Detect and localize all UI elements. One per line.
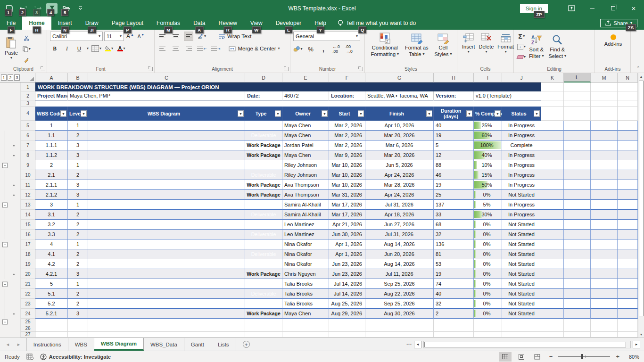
cell-A11[interactable]: 2.1.1 <box>35 180 68 190</box>
share-button[interactable]: Share ▾ ZS <box>600 19 637 27</box>
row-header-20[interactable]: 20 <box>21 269 35 279</box>
font-size-combo[interactable]: 11▾ <box>104 32 124 41</box>
cell-H17[interactable]: 136 <box>434 239 474 249</box>
cell-B25[interactable] <box>68 319 88 325</box>
cell-H22[interactable]: 40 <box>434 289 474 299</box>
cell-B9[interactable]: 1 <box>68 160 88 170</box>
cell-G12[interactable]: Apr 24, 2026 <box>365 190 434 200</box>
format-as-table-button[interactable]: Format as Table▾ <box>403 32 430 58</box>
cell-H26[interactable] <box>434 325 474 332</box>
cell-L9[interactable] <box>564 160 591 170</box>
cell-N5[interactable] <box>618 121 638 131</box>
cell-I19[interactable]: 0% <box>474 259 502 269</box>
cell-K9[interactable] <box>541 160 564 170</box>
cell-C17[interactable] <box>88 239 245 249</box>
cell-M2[interactable] <box>591 91 618 100</box>
cell-N4[interactable] <box>618 107 638 121</box>
cell-J25[interactable] <box>502 319 541 325</box>
cell-I23[interactable]: 0% <box>474 299 502 309</box>
row-header-13[interactable]: 13 <box>21 200 35 210</box>
cell-J16[interactable]: Not Started <box>502 230 541 239</box>
collapse-group-button[interactable]: − <box>2 202 8 207</box>
cell-M4[interactable] <box>591 107 618 121</box>
restore-button[interactable] <box>603 0 623 16</box>
cell-G9[interactable]: Jun 5, 2026 <box>365 160 434 170</box>
cell-E8[interactable]: Maya Chen <box>282 150 329 160</box>
cell-K26[interactable] <box>541 325 564 332</box>
cell-E5[interactable]: Maya Chen <box>282 121 329 131</box>
comma-style-button[interactable]: , <box>319 44 328 54</box>
merge-center-button[interactable]: Merge & Center ▾ <box>229 44 280 53</box>
row-header-18[interactable]: 18 <box>21 249 35 259</box>
cell-L20[interactable] <box>564 269 591 279</box>
cell-F5[interactable]: Mar 2, 2026 <box>329 121 365 131</box>
cell-B19[interactable]: 2 <box>68 259 88 269</box>
page-break-view-button[interactable] <box>531 352 544 362</box>
accounting-format-button[interactable]: ▾ <box>293 44 303 54</box>
percent-style-button[interactable]: % <box>306 44 315 54</box>
cell-C13[interactable] <box>88 200 245 210</box>
cell-F7[interactable]: Mar 2, 2026 <box>329 140 365 150</box>
hscroll-track[interactable] <box>423 341 631 348</box>
sign-in-button[interactable]: Sign in ZP <box>520 4 548 13</box>
cell-K22[interactable] <box>541 289 564 299</box>
cell-F27[interactable] <box>329 332 365 337</box>
cell-L4[interactable] <box>564 107 591 121</box>
cell-H8[interactable]: 12 <box>434 150 474 160</box>
cell-G20[interactable]: Jul 11, 2026 <box>365 269 434 279</box>
cell-H18[interactable]: 81 <box>434 249 474 259</box>
cell-G26[interactable] <box>365 325 434 332</box>
cell-E17[interactable]: Nina Okafor <box>282 239 329 249</box>
cell-H2[interactable]: Version: <box>434 91 474 100</box>
cell-M5[interactable] <box>591 121 618 131</box>
cell-A16[interactable]: 3.3 <box>35 230 68 239</box>
cell-E23[interactable]: Talia Brooks <box>282 299 329 309</box>
copy-button[interactable]: ▾ <box>22 44 31 54</box>
cell-I8[interactable]: 40% <box>474 150 502 160</box>
cell-H13[interactable]: 137 <box>434 200 474 210</box>
cell-K11[interactable] <box>541 180 564 190</box>
cell-A26[interactable] <box>35 325 68 332</box>
cell-B10[interactable]: 2 <box>68 170 88 180</box>
cell-L25[interactable] <box>564 319 591 325</box>
cell-I12[interactable]: 0% <box>474 190 502 200</box>
cell-N17[interactable] <box>618 239 638 249</box>
cell-K1[interactable] <box>541 82 564 91</box>
cell-L6[interactable] <box>564 131 591 140</box>
cell-B27[interactable] <box>68 332 88 337</box>
cell-J7[interactable]: Complete <box>502 140 541 150</box>
row-header-10[interactable]: 10 <box>21 170 35 180</box>
cell-N27[interactable] <box>618 332 638 337</box>
tab-review[interactable]: ReviewR <box>212 16 243 30</box>
cell-A21[interactable]: 5 <box>35 279 68 289</box>
addins-button[interactable]: Add-ins <box>598 33 628 48</box>
paste-button[interactable]: Paste ▾ <box>3 36 20 60</box>
filter-dropdown-button[interactable]: ▼ <box>495 111 501 117</box>
cell-M22[interactable] <box>591 289 618 299</box>
cell-L14[interactable] <box>564 210 591 220</box>
cell-H7[interactable]: 5 <box>434 140 474 150</box>
cell-F10[interactable]: Mar 10, 2026 <box>329 170 365 180</box>
cell-M15[interactable] <box>591 220 618 230</box>
column-header-I[interactable]: I <box>474 73 502 82</box>
cell-I5[interactable]: 25% <box>474 121 502 131</box>
cell-B20[interactable]: 3 <box>68 269 88 279</box>
prev-sheet-button[interactable]: ◄ <box>6 342 10 347</box>
bottom-align-button[interactable] <box>184 32 193 41</box>
cell-L11[interactable] <box>564 180 591 190</box>
cell-D11[interactable]: Work Package <box>245 180 282 190</box>
cell-J17[interactable]: Not Started <box>502 239 541 249</box>
cell-E20[interactable]: Chris Nguyen <box>282 269 329 279</box>
table-header-B[interactable]: Level▼ <box>68 107 88 121</box>
macro-record-icon[interactable] <box>26 354 33 360</box>
row-header-14[interactable]: 14 <box>21 210 35 220</box>
sheet-tab-wbs-diagram[interactable]: WBS Diagram <box>94 338 144 351</box>
cell-B23[interactable]: 2 <box>68 299 88 309</box>
row-header-3[interactable]: 3 <box>21 100 35 107</box>
row-header-22[interactable]: 22 <box>21 289 35 299</box>
scroll-right-button[interactable]: ► <box>633 341 640 348</box>
font-dialog-launcher[interactable] <box>149 67 153 71</box>
cell-C22[interactable] <box>88 289 245 299</box>
cell-L16[interactable] <box>564 230 591 239</box>
cell-E22[interactable]: Talia Brooks <box>282 289 329 299</box>
